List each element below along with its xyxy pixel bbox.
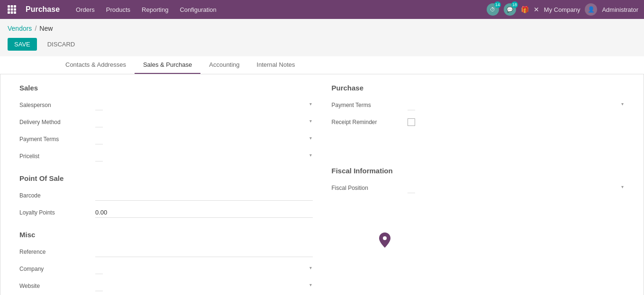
form-body: Sales Salesperson Delivery Method — [0, 74, 644, 295]
sales-payment-terms-label: Payment Terms — [19, 136, 95, 143]
pricelist-group: Pricelist — [19, 150, 313, 163]
save-button[interactable]: SAVE — [8, 38, 37, 51]
reference-group: Reference — [19, 245, 313, 259]
website-label: Website — [19, 283, 95, 289]
company-select-wrapper — [95, 264, 313, 274]
right-column: Purchase Payment Terms Receipt Reminder — [332, 84, 625, 295]
app-brand: Purchase — [26, 5, 60, 14]
delivery-method-select[interactable] — [95, 117, 103, 127]
svg-rect-7 — [11, 11, 13, 14]
purchase-payment-terms-select[interactable] — [408, 100, 415, 110]
svg-rect-4 — [11, 9, 13, 11]
svg-rect-6 — [8, 11, 10, 14]
nav-configuration[interactable]: Configuration — [175, 3, 221, 16]
salesperson-select[interactable] — [95, 100, 103, 110]
user-name[interactable]: Administrator — [602, 6, 638, 13]
tab-accounting[interactable]: Accounting — [200, 56, 248, 74]
svg-rect-5 — [14, 9, 16, 11]
company-label: Company — [19, 266, 95, 272]
fiscal-position-select-wrapper — [408, 183, 625, 193]
close-icon[interactable]: ✕ — [534, 6, 539, 13]
pricelist-label: Pricelist — [19, 153, 95, 160]
map-pin-container — [332, 232, 625, 249]
breadcrumb-parent[interactable]: Vendors — [8, 25, 32, 32]
barcode-label: Barcode — [19, 192, 95, 199]
messages-badge: 18 — [511, 1, 518, 8]
tab-sales-purchase[interactable]: Sales & Purchase — [135, 56, 200, 74]
sales-payment-terms-group: Payment Terms — [19, 133, 313, 146]
tab-contacts[interactable]: Contacts & Addresses — [57, 56, 135, 74]
website-select[interactable] — [95, 281, 103, 291]
purchase-payment-terms-group: Payment Terms — [332, 98, 625, 112]
company-group: Company — [19, 262, 313, 276]
salesperson-group: Salesperson — [19, 98, 313, 112]
map-pin-icon — [379, 232, 390, 248]
salesperson-label: Salesperson — [19, 102, 95, 108]
svg-rect-3 — [8, 9, 10, 11]
company-select[interactable] — [95, 264, 103, 274]
navbar-right: ⏱ 14 💬 18 🎁 ✕ My Company 👤 Administrator — [487, 3, 638, 16]
navbar-menu: Orders Products Reporting Configuration — [71, 3, 479, 16]
two-col-layout: Sales Salesperson Delivery Method — [19, 84, 625, 295]
nav-orders[interactable]: Orders — [71, 3, 100, 16]
misc-section-title: Misc — [19, 231, 313, 239]
nav-reporting[interactable]: Reporting — [137, 3, 173, 16]
receipt-reminder-group: Receipt Reminder — [332, 116, 625, 129]
delivery-method-group: Delivery Method — [19, 116, 313, 129]
messages-icon[interactable]: 💬 18 — [504, 3, 516, 16]
navbar: Purchase Orders Products Reporting Confi… — [0, 0, 644, 19]
sales-payment-terms-select[interactable] — [95, 134, 103, 144]
pricelist-select[interactable] — [95, 151, 103, 161]
tab-internal-notes[interactable]: Internal Notes — [248, 56, 304, 74]
loyalty-points-group: Loyalty Points — [19, 206, 313, 219]
svg-point-9 — [383, 236, 387, 240]
main-content: Sales Salesperson Delivery Method — [0, 74, 644, 295]
activity-icon[interactable]: ⏱ 14 — [487, 3, 499, 16]
breadcrumb: Vendors / New — [0, 19, 644, 36]
fiscal-position-label: Fiscal Position — [332, 185, 408, 191]
svg-rect-8 — [14, 11, 16, 14]
receipt-reminder-label: Receipt Reminder — [332, 119, 408, 125]
user-avatar[interactable]: 👤 — [585, 3, 597, 16]
reference-label: Reference — [19, 249, 95, 255]
fiscal-position-group: Fiscal Position — [332, 181, 625, 195]
purchase-payment-terms-label: Payment Terms — [332, 102, 408, 108]
tabs-container: Contacts & Addresses Sales & Purchase Ac… — [0, 56, 644, 74]
fiscal-position-select[interactable] — [408, 183, 415, 193]
delivery-method-label: Delivery Method — [19, 119, 95, 125]
reference-input[interactable] — [95, 247, 313, 257]
purchase-payment-terms-select-wrapper — [408, 100, 625, 110]
website-group: Website — [19, 279, 313, 293]
pricelist-select-wrapper — [95, 151, 313, 161]
delivery-method-select-wrapper — [95, 117, 313, 127]
left-column: Sales Salesperson Delivery Method — [19, 84, 313, 295]
purchase-section-title: Purchase — [332, 84, 625, 92]
pos-section-title: Point Of Sale — [19, 174, 313, 182]
barcode-input[interactable] — [95, 190, 313, 201]
svg-rect-2 — [14, 5, 16, 8]
discard-button[interactable]: DISCARD — [41, 38, 82, 51]
website-select-wrapper — [95, 281, 313, 291]
sales-payment-terms-select-wrapper — [95, 134, 313, 144]
gift-icon[interactable]: 🎁 — [521, 6, 529, 13]
receipt-reminder-checkbox[interactable] — [408, 118, 415, 126]
action-bar: SAVE DISCARD — [0, 36, 644, 56]
apps-menu-icon[interactable] — [6, 3, 18, 16]
salesperson-select-wrapper — [95, 100, 313, 110]
svg-rect-1 — [11, 5, 13, 8]
sales-section-title: Sales — [19, 84, 313, 92]
barcode-group: Barcode — [19, 189, 313, 202]
company-name[interactable]: My Company — [544, 6, 581, 13]
breadcrumb-separator: / — [35, 25, 36, 32]
breadcrumb-current: New — [39, 25, 53, 32]
nav-products[interactable]: Products — [101, 3, 135, 16]
fiscal-section-title: Fiscal Information — [332, 167, 625, 175]
svg-rect-0 — [8, 5, 10, 8]
loyalty-points-label: Loyalty Points — [19, 209, 95, 216]
loyalty-points-input[interactable] — [95, 207, 313, 218]
activity-badge: 14 — [494, 1, 501, 8]
